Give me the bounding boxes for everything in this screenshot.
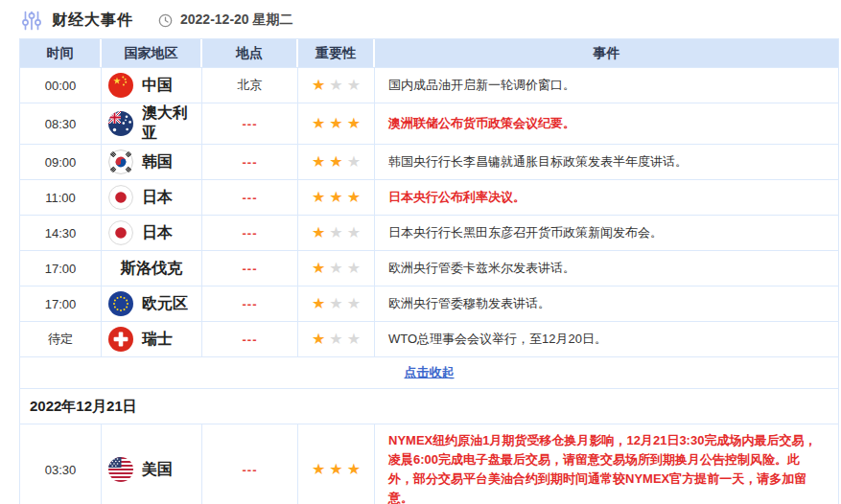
flag-japan-icon <box>108 220 133 245</box>
time-cell: 00:00 <box>20 68 102 103</box>
importance-stars: ★★★ <box>298 251 375 286</box>
country-name: 斯洛伐克 <box>121 259 182 279</box>
country-name: 欧元区 <box>142 294 188 314</box>
country-cell: 韩国 <box>102 145 202 179</box>
star-icon: ★ <box>312 261 325 276</box>
col-header-importance: 重要性 <box>298 39 375 67</box>
location-cell: 北京 <box>202 68 298 103</box>
col-header-time: 时间 <box>20 39 102 67</box>
country-cell: 美国 <box>102 424 202 504</box>
location-cell: --- <box>202 103 298 144</box>
time-cell: 03:30 <box>20 424 102 504</box>
collapse-link[interactable]: 点击收起 <box>405 364 455 381</box>
event-row: 00:00 中国 北京 ★★★ 国内成品油开启新一轮调价窗口。 <box>20 67 838 103</box>
star-icon: ★ <box>312 78 325 93</box>
financial-events-page: 财经大事件 2022-12-20 星期二 时间 国家地区 地点 重要性 事件 0… <box>0 0 841 504</box>
event-row: 14:30 日本 --- ★★★ 日本央行行长黑田东彦召开货币政策新闻发布会。 <box>20 215 838 250</box>
event-text-cell: 国内成品油开启新一轮调价窗口。 <box>375 68 838 103</box>
star-icon: ★ <box>329 332 342 347</box>
star-icon: ★ <box>347 296 361 311</box>
flag-switzerland-icon <box>108 327 133 352</box>
star-icon: ★ <box>312 154 325 170</box>
time-cell: 08:30 <box>20 103 102 144</box>
flag-eurozone-icon <box>108 291 133 316</box>
sliders-icon <box>21 10 42 31</box>
event-row: 11:00 日本 --- ★★★ 日本央行公布利率决议。 <box>20 179 838 215</box>
importance-stars: ★★★ <box>298 286 375 321</box>
importance-stars: ★★★ <box>298 180 375 215</box>
location-cell: --- <box>202 251 298 286</box>
country-cell: 斯洛伐克 <box>102 251 202 286</box>
importance-stars: ★★★ <box>298 103 375 144</box>
time-cell: 11:00 <box>20 180 102 215</box>
country-name: 澳大利亚 <box>142 103 201 144</box>
day1-rows: 00:00 中国 北京 ★★★ 国内成品油开启新一轮调价窗口。 08:30 澳大… <box>20 67 838 356</box>
star-icon: ★ <box>329 190 342 205</box>
flag-china-icon <box>108 73 133 98</box>
star-icon: ★ <box>329 261 342 276</box>
country-cell: 日本 <box>102 180 202 215</box>
events-table: 时间 国家地区 地点 重要性 事件 00:00 中国 北京 ★★★ 国内成品油开… <box>19 38 839 504</box>
event-row: 待定 瑞士 --- ★★★ WTO总理事会会议举行，至12月20日。 <box>20 321 838 356</box>
page-header: 财经大事件 2022-12-20 星期二 <box>0 0 841 38</box>
collapse-row: 点击收起 <box>20 356 838 388</box>
time-cell: 待定 <box>20 322 102 356</box>
event-text-cell: 澳洲联储公布货币政策会议纪要。 <box>375 103 838 144</box>
importance-stars: ★★★ <box>298 424 375 504</box>
importance-stars: ★★★ <box>298 322 375 356</box>
time-cell: 17:00 <box>20 286 102 321</box>
col-header-location: 地点 <box>202 39 298 67</box>
star-icon: ★ <box>312 116 325 131</box>
country-cell: 澳大利亚 <box>102 103 202 144</box>
time-cell: 14:30 <box>20 216 102 250</box>
event-row: 03:30 美国 --- ★★★ NYMEX纽约原油1月期货受移仓换月影响，12… <box>20 424 838 504</box>
table-header-row: 时间 国家地区 地点 重要性 事件 <box>20 39 838 67</box>
star-icon: ★ <box>347 462 361 477</box>
location-cell: --- <box>202 424 298 504</box>
star-icon: ★ <box>312 462 325 477</box>
event-row: 17:00 斯洛伐克 --- ★★★ 欧洲央行管委卡兹米尔发表讲话。 <box>20 250 838 286</box>
country-name: 日本 <box>142 188 173 208</box>
country-cell: 中国 <box>102 68 202 103</box>
importance-stars: ★★★ <box>298 68 375 103</box>
country-name: 日本 <box>142 223 173 243</box>
event-text-cell: WTO总理事会会议举行，至12月20日。 <box>375 322 838 356</box>
country-cell: 欧元区 <box>102 286 202 321</box>
star-icon: ★ <box>347 225 361 241</box>
star-icon: ★ <box>347 190 361 205</box>
event-text-cell: 欧洲央行管委卡兹米尔发表讲话。 <box>375 251 838 286</box>
star-icon: ★ <box>312 296 325 311</box>
country-cell: 瑞士 <box>102 322 202 356</box>
importance-stars: ★★★ <box>298 216 375 250</box>
star-icon: ★ <box>347 261 361 276</box>
importance-stars: ★★★ <box>298 145 375 179</box>
event-text-cell: NYMEX纽约原油1月期货受移仓换月影响，12月21日3:30完成场内最后交易，… <box>375 424 838 504</box>
star-icon: ★ <box>347 116 361 131</box>
flag-south-korea-icon <box>108 149 133 174</box>
country-name: 瑞士 <box>142 330 173 350</box>
star-icon: ★ <box>312 332 325 347</box>
star-icon: ★ <box>329 462 342 477</box>
star-icon: ★ <box>312 225 325 241</box>
location-cell: --- <box>202 180 298 215</box>
date-section-header: 2022年12月21日 <box>20 388 838 424</box>
star-icon: ★ <box>329 78 342 93</box>
country-cell: 日本 <box>102 216 202 250</box>
clock-icon <box>158 13 173 28</box>
star-icon: ★ <box>329 296 342 311</box>
location-cell: --- <box>202 286 298 321</box>
location-cell: --- <box>202 322 298 356</box>
star-icon: ★ <box>329 154 342 170</box>
star-icon: ★ <box>329 225 342 241</box>
event-text-cell: 日本央行公布利率决议。 <box>375 180 838 215</box>
page-title: 财经大事件 <box>52 11 133 31</box>
day2-rows: 03:30 美国 --- ★★★ NYMEX纽约原油1月期货受移仓换月影响，12… <box>20 424 838 504</box>
event-text-cell: 韩国央行行长李昌镛就通胀目标政策发表半年度讲话。 <box>375 145 838 179</box>
country-name: 美国 <box>142 460 173 480</box>
star-icon: ★ <box>347 78 361 93</box>
header-date: 2022-12-20 星期二 <box>180 11 293 29</box>
event-text-cell: 日本央行行长黑田东彦召开货币政策新闻发布会。 <box>375 216 838 250</box>
star-icon: ★ <box>329 116 342 131</box>
star-icon: ★ <box>347 332 361 347</box>
event-row: 17:00 欧元区 --- ★★★ 欧洲央行管委穆勒发表讲话。 <box>20 286 838 321</box>
